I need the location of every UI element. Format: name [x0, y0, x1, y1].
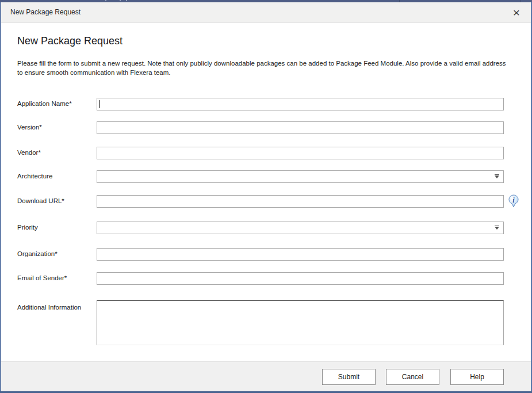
form-row-download-url: Download URL* i — [1, 195, 531, 209]
application-name-input[interactable] — [97, 98, 504, 110]
vendor-field-wrap — [97, 147, 504, 159]
email-of-sender-label: Email of Sender* — [17, 274, 67, 281]
window-title: New Package Request — [10, 8, 81, 16]
submit-button[interactable]: Submit — [322, 369, 376, 385]
top-border-tick — [126, 0, 127, 1]
page-title: New Package Request — [17, 35, 123, 47]
form-row-architecture: Architecture — [1, 170, 531, 184]
download-url-label: Download URL* — [17, 197, 64, 204]
dialog-footer: Submit Cancel Help — [1, 361, 531, 391]
version-label: Version* — [17, 124, 42, 131]
version-field-wrap — [97, 121, 504, 134]
architecture-select[interactable] — [97, 170, 504, 183]
vendor-input[interactable] — [97, 147, 504, 159]
new-package-request-dialog: New Package Request × New Package Reques… — [0, 0, 532, 393]
additional-information-textarea[interactable] — [97, 300, 504, 345]
titlebar: New Package Request × — [1, 2, 531, 23]
additional-information-field-wrap — [97, 300, 504, 348]
form-row-email-of-sender: Email of Sender* — [1, 272, 531, 286]
priority-field-wrap — [97, 222, 504, 234]
priority-select[interactable] — [97, 222, 504, 234]
form-row-organization: Organization* — [1, 248, 531, 262]
email-of-sender-field-wrap — [97, 272, 504, 285]
top-border-tick — [120, 0, 121, 1]
close-icon[interactable]: × — [507, 5, 526, 21]
email-of-sender-input[interactable] — [97, 272, 504, 285]
form-row-application-name: Application Name* — [1, 98, 531, 112]
organization-field-wrap — [97, 248, 504, 261]
download-url-field-wrap: i — [97, 195, 504, 208]
help-button[interactable]: Help — [450, 369, 504, 385]
organization-label: Organization* — [17, 250, 58, 257]
top-border-tick — [105, 0, 106, 1]
chevron-down-icon — [495, 227, 499, 230]
dialog-body: New Package Request Please fill the form… — [1, 24, 531, 361]
version-input[interactable] — [97, 121, 504, 134]
form-row-vendor: Vendor* — [1, 147, 531, 161]
application-name-label: Application Name* — [17, 100, 72, 107]
architecture-field-wrap — [97, 170, 504, 183]
form-description: Please fill the form to submit a new req… — [17, 59, 510, 77]
text-caret — [99, 100, 100, 108]
vendor-label: Vendor* — [17, 149, 41, 156]
form-row-version: Version* — [1, 121, 531, 135]
priority-label: Priority — [17, 224, 38, 231]
form-row-priority: Priority — [1, 222, 531, 235]
chevron-down-icon — [495, 175, 499, 178]
additional-information-label: Additional Information — [17, 304, 81, 311]
info-balloon-icon[interactable]: i — [508, 194, 519, 208]
download-url-input[interactable] — [97, 195, 504, 208]
organization-input[interactable] — [97, 248, 504, 261]
application-name-field-wrap — [97, 98, 504, 110]
form-row-additional-information: Additional Information — [1, 300, 531, 347]
cancel-button[interactable]: Cancel — [386, 369, 439, 385]
architecture-label: Architecture — [17, 173, 52, 180]
